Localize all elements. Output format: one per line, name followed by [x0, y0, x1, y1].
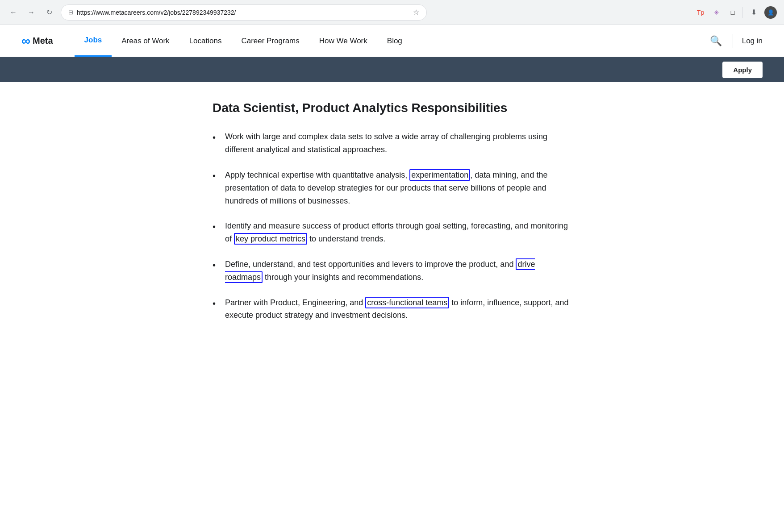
nav-links: Jobs Areas of Work Locations Career Prog… [75, 25, 412, 57]
divider [742, 7, 743, 18]
resp2-highlight-experimentation: experimentation [409, 169, 470, 181]
list-item: Apply technical expertise with quantitat… [213, 169, 571, 207]
list-item: Partner with Product, Engineering, and c… [213, 296, 571, 322]
ext-tp-icon[interactable]: Tp [694, 6, 707, 19]
dark-banner: Apply [0, 57, 784, 82]
apply-button[interactable]: Apply [722, 62, 763, 78]
meta-logo-icon: ∞ [21, 34, 30, 48]
list-item: Work with large and complex data sets to… [213, 130, 571, 156]
meta-logo-text: Meta [33, 36, 53, 46]
nav-item-career-programs[interactable]: Career Programs [231, 25, 309, 57]
profile-avatar[interactable]: 👤 [764, 6, 777, 19]
browser-chrome: ← → ↻ ⊟ https://www.metacareers.com/v2/j… [0, 0, 784, 25]
nav-item-jobs[interactable]: Jobs [75, 25, 112, 57]
resp3-text-after: to understand trends. [307, 234, 385, 243]
url-text: https://www.metacareers.com/v2/jobs/2278… [77, 9, 409, 16]
resp4-text-after: through your insights and recommendation… [263, 273, 423, 282]
resp3-highlight-key-product-metrics: key product metrics [234, 233, 307, 245]
nav-item-areas-of-work[interactable]: Areas of Work [112, 25, 179, 57]
back-button[interactable]: ← [7, 6, 20, 19]
refresh-button[interactable]: ↻ [43, 6, 55, 19]
meta-logo[interactable]: ∞ Meta [21, 34, 53, 48]
ext-box-icon[interactable]: □ [726, 6, 739, 19]
nav-item-how-we-work[interactable]: How We Work [309, 25, 377, 57]
responsibilities-list: Work with large and complex data sets to… [213, 130, 571, 322]
nav-divider [733, 34, 733, 48]
resp5-text-before: Partner with Product, Engineering, and [225, 298, 365, 307]
nav-right: 🔍 Log in [708, 33, 763, 49]
search-button[interactable]: 🔍 [708, 33, 724, 49]
download-button[interactable]: ⬇ [746, 5, 761, 20]
login-button[interactable]: Log in [742, 37, 763, 46]
site-nav: ∞ Meta Jobs Areas of Work Locations Care… [0, 25, 784, 57]
lock-icon: ⊟ [68, 9, 73, 16]
page-title: Data Scientist, Product Analytics Respon… [213, 100, 571, 116]
address-bar[interactable]: ⊟ https://www.metacareers.com/v2/jobs/22… [61, 4, 427, 21]
nav-item-blog[interactable]: Blog [377, 25, 412, 57]
bookmark-icon: ☆ [413, 8, 419, 17]
ext-snowflake-icon[interactable]: ✳ [710, 6, 723, 19]
browser-actions: Tp ✳ □ ⬇ 👤 [694, 5, 777, 20]
forward-button[interactable]: → [25, 6, 38, 19]
main-content: Data Scientist, Product Analytics Respon… [191, 82, 593, 352]
resp2-text-before: Apply technical expertise with quantitat… [225, 170, 409, 179]
resp5-highlight-cross-functional-teams: cross-functional teams [365, 297, 449, 308]
list-item: Define, understand, and test opportuniti… [213, 258, 571, 284]
list-item: Identify and measure success of product … [213, 220, 571, 245]
resp4-text-before: Define, understand, and test opportuniti… [225, 260, 516, 269]
resp1-text: Work with large and complex data sets to… [225, 132, 547, 154]
nav-item-locations[interactable]: Locations [179, 25, 232, 57]
